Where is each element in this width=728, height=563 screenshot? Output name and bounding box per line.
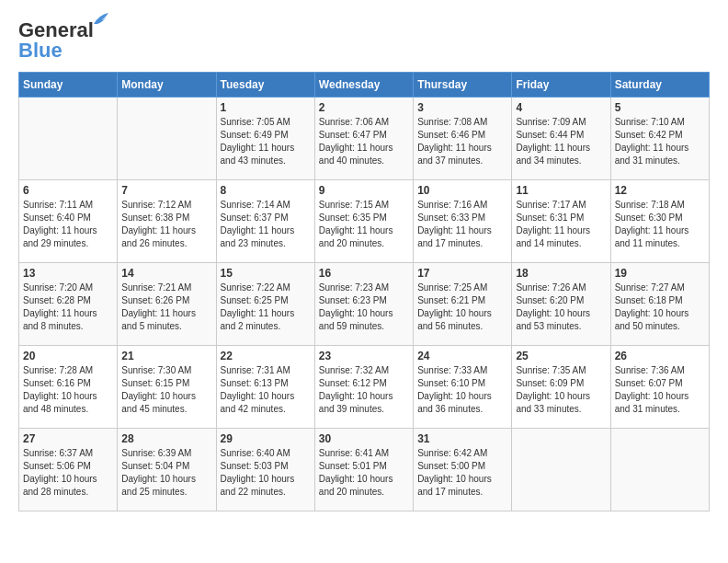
- calendar-day-cell: 1Sunrise: 7:05 AMSunset: 6:49 PMDaylight…: [216, 98, 314, 180]
- day-info: Sunrise: 7:08 AMSunset: 6:46 PMDaylight:…: [417, 116, 507, 167]
- day-number: 23: [319, 350, 409, 362]
- weekday-header-cell: Monday: [118, 73, 216, 98]
- calendar-day-cell: 18Sunrise: 7:26 AMSunset: 6:20 PMDayligh…: [512, 263, 610, 346]
- logo: General Blue: [18, 18, 94, 63]
- weekday-header-cell: Thursday: [414, 73, 512, 98]
- sunrise-text: Sunrise: 7:26 AM: [516, 282, 606, 294]
- day-number: 15: [221, 267, 311, 280]
- day-number: 28: [121, 432, 211, 445]
- sunrise-text: Sunrise: 7:31 AM: [221, 364, 311, 377]
- day-info: Sunrise: 7:21 AMSunset: 6:26 PMDaylight:…: [121, 282, 211, 333]
- day-info: Sunrise: 7:30 AMSunset: 6:15 PMDaylight:…: [121, 364, 211, 416]
- daylight-text: Daylight: 11 hours and 31 minutes.: [615, 142, 705, 167]
- day-number: 7: [121, 184, 211, 197]
- daylight-text: Daylight: 10 hours and 31 minutes.: [615, 390, 705, 416]
- day-info: Sunrise: 7:22 AMSunset: 6:25 PMDaylight:…: [221, 282, 311, 333]
- daylight-text: Daylight: 11 hours and 43 minutes.: [221, 142, 311, 167]
- day-number: 13: [23, 267, 113, 280]
- sunset-text: Sunset: 5:01 PM: [319, 460, 409, 473]
- sunset-text: Sunset: 6:18 PM: [615, 294, 705, 307]
- daylight-text: Daylight: 11 hours and 29 minutes.: [23, 224, 113, 250]
- day-info: Sunrise: 7:16 AMSunset: 6:33 PMDaylight:…: [417, 199, 507, 250]
- day-number: 29: [221, 432, 311, 445]
- sunrise-text: Sunrise: 7:27 AM: [615, 282, 705, 294]
- day-info: Sunrise: 7:35 AMSunset: 6:09 PMDaylight:…: [516, 364, 606, 416]
- sunrise-text: Sunrise: 7:22 AM: [221, 282, 311, 294]
- calendar-week-row: 20Sunrise: 7:28 AMSunset: 6:16 PMDayligh…: [19, 346, 710, 429]
- daylight-text: Daylight: 10 hours and 25 minutes.: [121, 473, 211, 499]
- day-info: Sunrise: 7:17 AMSunset: 6:31 PMDaylight:…: [516, 199, 606, 250]
- daylight-text: Daylight: 11 hours and 37 minutes.: [417, 142, 507, 167]
- calendar-day-cell: 29Sunrise: 6:40 AMSunset: 5:03 PMDayligh…: [216, 429, 314, 511]
- day-info: Sunrise: 7:15 AMSunset: 6:35 PMDaylight:…: [319, 199, 409, 250]
- daylight-text: Daylight: 11 hours and 5 minutes.: [121, 307, 211, 333]
- calendar-day-cell: [19, 98, 118, 180]
- sunset-text: Sunset: 6:09 PM: [516, 377, 606, 390]
- sunrise-text: Sunrise: 6:39 AM: [121, 447, 211, 460]
- sunrise-text: Sunrise: 7:08 AM: [417, 116, 507, 129]
- calendar-day-cell: 14Sunrise: 7:21 AMSunset: 6:26 PMDayligh…: [118, 263, 216, 346]
- calendar-day-cell: 17Sunrise: 7:25 AMSunset: 6:21 PMDayligh…: [414, 263, 512, 346]
- day-info: Sunrise: 7:23 AMSunset: 6:23 PMDaylight:…: [319, 282, 409, 333]
- calendar-day-cell: 31Sunrise: 6:42 AMSunset: 5:00 PMDayligh…: [414, 429, 512, 511]
- day-number: 27: [23, 432, 113, 445]
- calendar-day-cell: 23Sunrise: 7:32 AMSunset: 6:12 PMDayligh…: [314, 346, 413, 429]
- sunrise-text: Sunrise: 7:33 AM: [417, 364, 507, 377]
- calendar-day-cell: 15Sunrise: 7:22 AMSunset: 6:25 PMDayligh…: [216, 263, 314, 346]
- day-info: Sunrise: 7:12 AMSunset: 6:38 PMDaylight:…: [121, 199, 211, 250]
- day-number: 1: [221, 101, 311, 114]
- daylight-text: Daylight: 11 hours and 17 minutes.: [417, 224, 507, 250]
- day-number: 10: [417, 184, 507, 197]
- calendar-day-cell: 28Sunrise: 6:39 AMSunset: 5:04 PMDayligh…: [118, 429, 216, 511]
- sunrise-text: Sunrise: 6:42 AM: [417, 447, 507, 460]
- weekday-header-row: SundayMondayTuesdayWednesdayThursdayFrid…: [19, 73, 710, 98]
- sunrise-text: Sunrise: 7:32 AM: [319, 364, 409, 377]
- calendar-day-cell: 7Sunrise: 7:12 AMSunset: 6:38 PMDaylight…: [118, 180, 216, 263]
- sunset-text: Sunset: 5:03 PM: [221, 460, 311, 473]
- daylight-text: Daylight: 10 hours and 53 minutes.: [516, 307, 606, 333]
- calendar-day-cell: 12Sunrise: 7:18 AMSunset: 6:30 PMDayligh…: [610, 180, 709, 263]
- day-info: Sunrise: 7:18 AMSunset: 6:30 PMDaylight:…: [615, 199, 705, 250]
- day-number: 12: [615, 184, 705, 197]
- day-number: 9: [319, 184, 409, 197]
- sunrise-text: Sunrise: 7:14 AM: [221, 199, 311, 212]
- day-info: Sunrise: 7:10 AMSunset: 6:42 PMDaylight:…: [615, 116, 705, 167]
- sunset-text: Sunset: 6:42 PM: [615, 129, 705, 142]
- calendar-day-cell: 5Sunrise: 7:10 AMSunset: 6:42 PMDaylight…: [610, 98, 709, 180]
- daylight-text: Daylight: 11 hours and 26 minutes.: [121, 224, 211, 250]
- sunset-text: Sunset: 6:15 PM: [121, 377, 211, 390]
- calendar-day-cell: [512, 429, 610, 511]
- day-info: Sunrise: 7:25 AMSunset: 6:21 PMDaylight:…: [417, 282, 507, 333]
- calendar-day-cell: 27Sunrise: 6:37 AMSunset: 5:06 PMDayligh…: [19, 429, 118, 511]
- weekday-header-cell: Wednesday: [314, 73, 413, 98]
- sunrise-text: Sunrise: 7:17 AM: [516, 199, 606, 212]
- daylight-text: Daylight: 10 hours and 59 minutes.: [319, 307, 409, 333]
- sunrise-text: Sunrise: 7:21 AM: [121, 282, 211, 294]
- sunset-text: Sunset: 6:10 PM: [417, 377, 507, 390]
- weekday-header-cell: Tuesday: [216, 73, 314, 98]
- calendar-day-cell: 3Sunrise: 7:08 AMSunset: 6:46 PMDaylight…: [414, 98, 512, 180]
- sunrise-text: Sunrise: 6:37 AM: [23, 447, 113, 460]
- day-info: Sunrise: 7:06 AMSunset: 6:47 PMDaylight:…: [319, 116, 409, 167]
- daylight-text: Daylight: 10 hours and 42 minutes.: [221, 390, 311, 416]
- sunrise-text: Sunrise: 7:06 AM: [319, 116, 409, 129]
- sunset-text: Sunset: 5:06 PM: [23, 460, 113, 473]
- day-info: Sunrise: 7:26 AMSunset: 6:20 PMDaylight:…: [516, 282, 606, 333]
- calendar-day-cell: 2Sunrise: 7:06 AMSunset: 6:47 PMDaylight…: [314, 98, 413, 180]
- calendar-day-cell: 13Sunrise: 7:20 AMSunset: 6:28 PMDayligh…: [19, 263, 118, 346]
- sunset-text: Sunset: 6:20 PM: [516, 294, 606, 307]
- day-number: 14: [121, 267, 211, 280]
- day-info: Sunrise: 7:20 AMSunset: 6:28 PMDaylight:…: [23, 282, 113, 333]
- sunrise-text: Sunrise: 7:35 AM: [516, 364, 606, 377]
- sunset-text: Sunset: 6:16 PM: [23, 377, 113, 390]
- calendar-day-cell: 24Sunrise: 7:33 AMSunset: 6:10 PMDayligh…: [414, 346, 512, 429]
- sunset-text: Sunset: 6:12 PM: [319, 377, 409, 390]
- day-number: 25: [516, 350, 606, 362]
- sunrise-text: Sunrise: 7:28 AM: [23, 364, 113, 377]
- day-number: 24: [417, 350, 507, 362]
- day-number: 22: [221, 350, 311, 362]
- sunset-text: Sunset: 6:33 PM: [417, 212, 507, 224]
- day-info: Sunrise: 7:27 AMSunset: 6:18 PMDaylight:…: [615, 282, 705, 333]
- logo-bird-icon: [92, 11, 110, 28]
- sunrise-text: Sunrise: 7:09 AM: [516, 116, 606, 129]
